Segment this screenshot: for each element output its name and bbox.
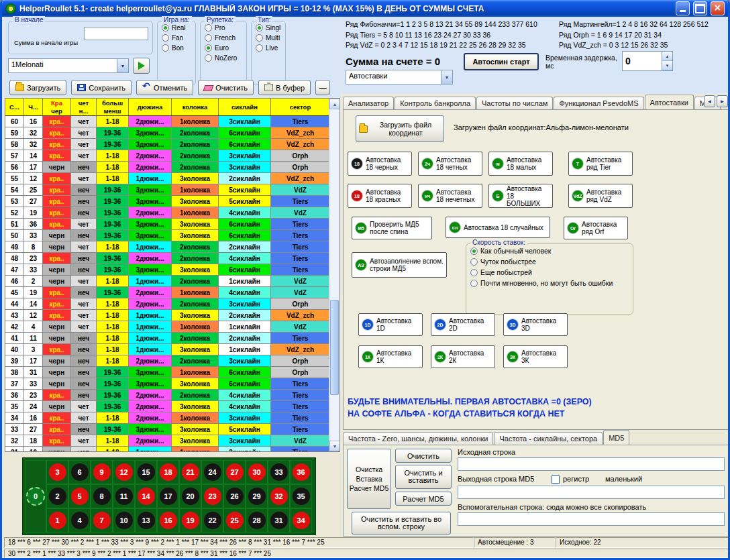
button-Автоставка 1D[interactable]: 1DАвтоставка 1D [358, 313, 423, 336]
board-number-17[interactable]: 17 [157, 484, 179, 508]
tab-Частота - сиклайны, сектора[interactable]: Частота - сиклайны, сектора [494, 432, 603, 445]
tab-Функционал PsevdoMS[interactable]: Функционал PsevdoMS [554, 97, 643, 109]
button-Автоставка 18 четных[interactable]: 2чАвтоставка 18 четных [418, 152, 482, 176]
scroll-down-icon[interactable] [329, 441, 340, 451]
chevron-down-icon[interactable] [117, 59, 128, 72]
board-number-28[interactable]: 28 [246, 508, 268, 533]
button-Автоставка 18 БОЛЬШИХ[interactable]: БАвтоставка 18 БОЛЬШИХ [488, 184, 553, 208]
board-number-18[interactable]: 18 [157, 460, 179, 484]
tab-scroll-left-button[interactable] [704, 95, 715, 107]
toolbar-button-Очистить[interactable]: Очистить [198, 80, 254, 95]
button-Автоставка 18 нечетных[interactable]: нчАвтоставка 18 нечетных [418, 184, 482, 208]
toolbar-button-В буфер[interactable]: В буфер [258, 80, 311, 95]
chevron-down-icon[interactable] [441, 70, 452, 84]
play-button[interactable] [133, 58, 150, 74]
autospin-start-button[interactable]: Автоспин старт [464, 53, 539, 70]
scrollbar-thumb[interactable] [330, 300, 339, 395]
tab-Частоты по числам[interactable]: Частоты по числам [476, 97, 553, 109]
md5-clear-paste-button[interactable]: Очистить и вставить [395, 465, 452, 489]
board-number-29[interactable]: 29 [246, 484, 268, 508]
board-number-13[interactable]: 13 [135, 508, 157, 533]
button-Автоставка 3К[interactable]: 3КАвтоставка 3К [503, 345, 568, 368]
radio-option-NoZero[interactable]: NoZero [205, 54, 246, 62]
delay-input[interactable] [623, 52, 662, 70]
register-checkbox[interactable] [552, 475, 560, 484]
radio-option-Singl[interactable]: Singl [256, 24, 285, 32]
board-number-26[interactable]: 26 [223, 484, 246, 508]
toolbar-button-Отменить[interactable]: Отменить [136, 80, 193, 95]
board-number-8[interactable]: 8 [91, 484, 113, 508]
minimize-button[interactable] [676, 1, 690, 15]
board-number-16[interactable]: 16 [157, 508, 179, 533]
button-Автоставка 18 случайных[interactable]: слАвтоставка 18 случайных [446, 217, 550, 238]
button-Автоставка 18 малых[interactable]: мАвтоставка 18 малых [488, 152, 553, 176]
toolbar-button-—[interactable]: — [315, 80, 330, 95]
radio-option-Bon[interactable]: Bon [162, 44, 195, 52]
board-number-27[interactable]: 27 [223, 460, 246, 484]
board-number-5[interactable]: 5 [68, 484, 91, 508]
toolbar-button-Загрузить[interactable]: Загрузить [9, 80, 66, 95]
radio-option-Еще побыстрей[interactable]: Еще побыстрей [470, 268, 633, 276]
source-string-input[interactable] [458, 457, 725, 471]
radio-option-Fan[interactable]: Fan [162, 34, 195, 42]
button-Автозаполнение вспом. строки МД5[interactable]: АЗАвтозаполнение вспом. строки МД5 [352, 252, 447, 278]
button-Автоставка 2К[interactable]: 2КАвтоставка 2К [431, 345, 495, 368]
radio-option-Pro[interactable]: Pro [205, 24, 246, 32]
board-number-32[interactable]: 32 [268, 484, 290, 508]
md5-calc-button[interactable]: Расчет MD5 [395, 492, 452, 506]
board-number-23[interactable]: 23 [201, 484, 223, 508]
board-number-19[interactable]: 19 [179, 508, 201, 533]
board-number-21[interactable]: 21 [179, 460, 201, 484]
maximize-button[interactable] [693, 1, 707, 15]
button-Автоставка ряд Orf[interactable]: OrАвтоставка ряд Orf [564, 217, 628, 239]
aux-string-input[interactable] [458, 512, 725, 526]
button-Автоставка 3D[interactable]: 3DАвтоставка 3D [503, 313, 568, 336]
spin-down-icon[interactable] [662, 61, 672, 70]
output-string-input[interactable] [458, 486, 725, 499]
board-number-35[interactable]: 35 [290, 484, 312, 508]
tab-Автоставки[interactable]: Автоставки [645, 95, 694, 109]
md5-clear-paste-calc-button[interactable]: Очистка Вставка Расчет MD5 [347, 449, 391, 509]
radio-option-Real[interactable]: Real [162, 24, 195, 32]
board-number-34[interactable]: 34 [290, 508, 312, 533]
start-sum-input[interactable] [84, 27, 148, 40]
spin-up-icon[interactable] [662, 52, 672, 61]
board-number-2[interactable]: 2 [46, 484, 68, 508]
board-number-11[interactable]: 11 [113, 484, 135, 508]
button-Автоставка 2D[interactable]: 2DАвтоставка 2D [431, 313, 495, 336]
tab-Частота - Zero, шансы, дюжины, колонки[interactable]: Частота - Zero, шансы, дюжины, колонки [343, 432, 493, 445]
button-Автоставка 18 черных[interactable]: 18Автоставка 18 черных [348, 152, 412, 176]
board-number-0[interactable]: 0 [25, 460, 46, 533]
board-number-9[interactable]: 9 [91, 460, 113, 484]
autostake-mode-select[interactable]: Автоставки [346, 70, 453, 85]
profile-select[interactable]: 1Melonati [8, 58, 129, 73]
table-scrollbar[interactable] [329, 99, 340, 451]
tab-Анализатор[interactable]: Анализатор [343, 97, 394, 109]
load-coordinates-button[interactable]: Загрузить файл координат [356, 115, 444, 142]
board-number-1[interactable]: 1 [46, 508, 68, 533]
md5-clear-paste-aux-button[interactable]: Очистить и вставить во вспом. строку [352, 512, 451, 535]
board-number-30[interactable]: 30 [246, 460, 268, 484]
radio-option-Почти мгновенно, но могут быть ошибки[interactable]: Почти мгновенно, но могут быть ошибки [470, 279, 633, 287]
tab-scroll-right-button[interactable] [717, 95, 728, 107]
board-number-6[interactable]: 6 [68, 460, 91, 484]
tab-MD5[interactable]: MD5 [603, 430, 629, 445]
button-Автоставка ряд VdZ[interactable]: VdZАвтоставка ряд VdZ [568, 184, 633, 208]
radio-option-French[interactable]: French [205, 34, 246, 42]
button-Автоставка ряд Tier[interactable]: ТАвтоставка ряд Tier [568, 152, 633, 176]
board-number-10[interactable]: 10 [113, 508, 135, 533]
board-number-3[interactable]: 3 [46, 460, 68, 484]
board-number-36[interactable]: 36 [290, 460, 312, 484]
close-button[interactable] [711, 1, 725, 15]
board-number-20[interactable]: 20 [179, 484, 201, 508]
radio-option-Multi[interactable]: Multi [256, 34, 285, 42]
board-number-7[interactable]: 7 [91, 508, 113, 533]
md5-clear-button[interactable]: Очистить [395, 449, 452, 463]
board-number-15[interactable]: 15 [135, 460, 157, 484]
radio-option-Euro[interactable]: Euro [205, 44, 246, 52]
board-number-25[interactable]: 25 [223, 508, 246, 533]
toolbar-button-Сохранить[interactable]: Сохранить [71, 80, 132, 95]
button-Автоставка 1К[interactable]: 1КАвтоставка 1К [358, 345, 423, 368]
radio-option-Live[interactable]: Live [256, 44, 285, 52]
radio-option-Чуток побыстрее[interactable]: Чуток побыстрее [470, 258, 633, 266]
